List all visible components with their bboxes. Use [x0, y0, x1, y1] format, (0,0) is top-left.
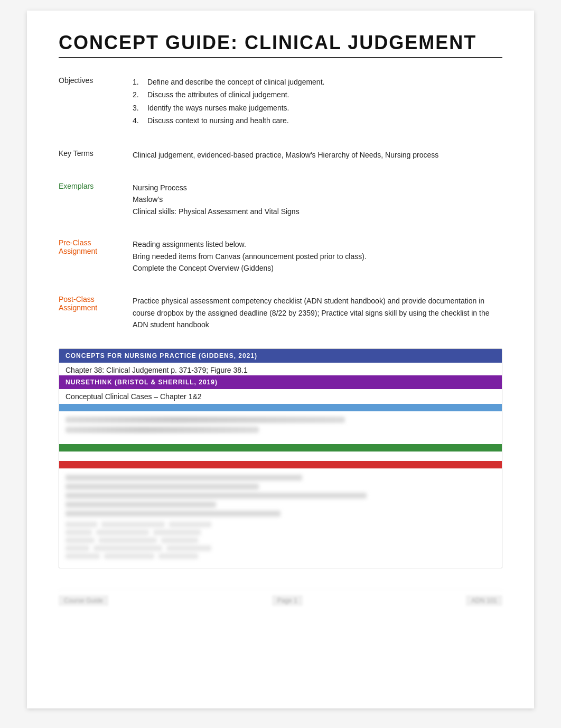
- title-divider: [59, 57, 502, 58]
- spacer-row-1: [59, 133, 502, 144]
- blurred-text-section: [59, 471, 502, 568]
- blurred-text-4: [66, 502, 216, 508]
- blurred-cell: [161, 538, 198, 543]
- footer-right: ADN 101: [466, 595, 502, 606]
- list-item: 1.Define and describe the concept of cli…: [133, 76, 498, 88]
- objectives-label: Objectives: [59, 71, 133, 133]
- blurred-table-row-5: [66, 554, 495, 559]
- blurred-cell: [104, 554, 154, 559]
- nursethink-header: NURSETHINK (BRISTOL & SHERRILL, 2019): [59, 375, 502, 389]
- blurred-book3: [59, 411, 502, 442]
- exemplars-content: Nursing Process Maslow's Clinical skills…: [133, 177, 502, 223]
- blurred-cell: [96, 530, 149, 535]
- green-bar: [59, 444, 502, 451]
- post-class-label: Post-ClassAssignment: [59, 290, 133, 336]
- red-bar: [59, 461, 502, 468]
- exemplar-item-3: Clinical skills: Physical Assessment and…: [133, 206, 498, 217]
- spacer-row-3: [59, 223, 502, 233]
- light-blue-bar: [59, 404, 502, 411]
- pre-class-row: Pre-ClassAssignment Reading assignments …: [59, 233, 502, 279]
- footer-left: Course Guide: [59, 595, 108, 606]
- blurred-text-2: [66, 484, 259, 490]
- blurred-cell: [66, 546, 89, 551]
- objectives-row: Objectives 1.Define and describe the con…: [59, 71, 502, 133]
- footer-center: Page 1: [272, 595, 303, 606]
- pre-class-label-text: Pre-ClassAssignment: [59, 238, 128, 255]
- exemplar-item-1: Nursing Process: [133, 182, 498, 193]
- page-footer: Course Guide Page 1 ADN 101: [59, 589, 502, 606]
- blurred-cell: [158, 554, 198, 559]
- pre-class-item-2: Bring needed items from Canvas (announce…: [133, 251, 498, 262]
- key-terms-row: Key Terms Clinical judgement, evidenced-…: [59, 144, 502, 166]
- objectives-content: 1.Define and describe the concept of cli…: [133, 71, 502, 133]
- blurred-text-5: [66, 511, 280, 517]
- exemplars-label: Exemplars: [59, 177, 133, 223]
- spacer-row-2: [59, 166, 502, 177]
- exemplar-item-2: Maslow's: [133, 193, 498, 205]
- giddens-chapter: Chapter 38: Clinical Judgement p. 371-37…: [59, 363, 502, 375]
- blurred-text-3: [66, 493, 367, 499]
- pre-class-item-3: Complete the Concept Overview (Giddens): [133, 262, 498, 274]
- post-class-row: Post-ClassAssignment Practice physical a…: [59, 290, 502, 336]
- blurred-cell: [66, 530, 92, 535]
- objectives-list: 1.Define and describe the concept of cli…: [133, 76, 498, 127]
- page-container: CONCEPT GUIDE: CLINICAL JUDGEMENT Object…: [27, 11, 534, 708]
- post-class-label-text: Post-ClassAssignment: [59, 295, 128, 312]
- giddens-header: CONCEPTS FOR NURSING PRACTICE (GIDDENS, …: [59, 349, 502, 363]
- exemplars-row: Exemplars Nursing Process Maslow's Clini…: [59, 177, 502, 223]
- blurred-table-row-1: [66, 522, 495, 527]
- blurred-cell: [153, 530, 201, 535]
- key-terms-content: Clinical judgement, evidenced-based prac…: [133, 144, 502, 166]
- list-item: 2.Discuss the attributes of clinical jud…: [133, 89, 498, 100]
- blurred-cell: [101, 522, 165, 527]
- reading-box: CONCEPTS FOR NURSING PRACTICE (GIDDENS, …: [59, 348, 502, 568]
- blurred-cell: [94, 546, 162, 551]
- content-table: Objectives 1.Define and describe the con…: [59, 71, 502, 336]
- blurred-table-row-2: [66, 530, 495, 535]
- pre-class-item-1: Reading assignments listed below.: [133, 238, 498, 250]
- blurred-line-2: [66, 427, 259, 433]
- post-class-content: Practice physical assessment competency …: [133, 290, 502, 336]
- key-terms-label: Key Terms: [59, 144, 133, 166]
- blurred-table: [66, 522, 495, 559]
- blurred-cell: [66, 538, 95, 543]
- blurred-text-1: [66, 475, 302, 481]
- list-item: 3.Identify the ways nurses make judgemen…: [133, 102, 498, 114]
- blurred-table-row-3: [66, 538, 495, 543]
- spacer-between-bars: [59, 454, 502, 459]
- blurred-cell: [166, 546, 211, 551]
- blurred-cell: [169, 522, 211, 527]
- page-title: CONCEPT GUIDE: CLINICAL JUDGEMENT: [59, 32, 502, 54]
- blurred-cell: [99, 538, 157, 543]
- pre-class-label: Pre-ClassAssignment: [59, 233, 133, 279]
- blurred-cell: [66, 554, 100, 559]
- pre-class-content: Reading assignments listed below. Bring …: [133, 233, 502, 279]
- spacer-row-4: [59, 279, 502, 290]
- list-item: 4.Discuss context to nursing and health …: [133, 115, 498, 126]
- blurred-cell: [66, 522, 97, 527]
- blurred-table-row-4: [66, 546, 495, 551]
- blurred-line-1: [66, 417, 345, 423]
- nursethink-chapter: Conceptual Clinical Cases – Chapter 1&2: [59, 389, 502, 404]
